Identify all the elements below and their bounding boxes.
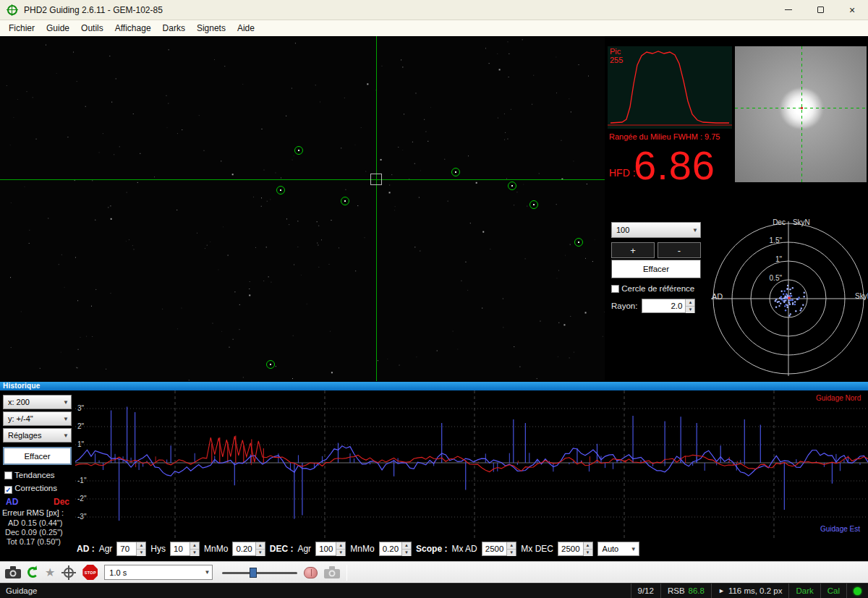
target-zoom-select[interactable]: 100 ▼ bbox=[611, 222, 701, 238]
hysteresis-value[interactable]: 10 bbox=[171, 542, 190, 555]
ra-minmove-value[interactable]: 0.20 bbox=[233, 542, 255, 555]
spinner-arrows[interactable]: ▲▼ bbox=[401, 542, 411, 555]
chevron-down-icon: ▼ bbox=[63, 416, 69, 422]
spinner-arrows[interactable]: ▲▼ bbox=[583, 542, 592, 555]
radius-row: Rayon: 2.0 ▲▼ bbox=[611, 299, 695, 313]
chevron-down-icon: ▼ bbox=[204, 569, 210, 576]
maximize-button[interactable] bbox=[804, 0, 836, 20]
chevron-down-icon: ▼ bbox=[63, 399, 69, 406]
reference-circle-row: Cercle de référence bbox=[611, 284, 694, 293]
trends-label: Tendances bbox=[14, 471, 55, 479]
minimize-button[interactable] bbox=[773, 0, 804, 20]
dec-minmove-value[interactable]: 0.20 bbox=[380, 542, 401, 555]
ra-series-label: AD bbox=[6, 497, 18, 507]
spinner-arrows[interactable]: ▲▼ bbox=[136, 542, 145, 555]
exposure-select[interactable]: 1.0 s▼ bbox=[104, 565, 213, 580]
ytick-2: 2" bbox=[77, 422, 84, 430]
ra-minmove-spinner[interactable]: 0.20▲▼ bbox=[232, 542, 265, 556]
starfield-image[interactable] bbox=[0, 36, 605, 381]
spinner-arrows[interactable]: ▲▼ bbox=[685, 299, 694, 312]
trends-checkbox[interactable] bbox=[4, 471, 12, 479]
slider-handle[interactable] bbox=[250, 568, 257, 578]
camera-properties-icon[interactable] bbox=[324, 566, 340, 578]
phd2-logo-icon bbox=[7, 4, 18, 16]
ra-gain-value[interactable]: 70 bbox=[117, 542, 136, 555]
stop-button[interactable]: STOP bbox=[82, 565, 98, 580]
menubar: Fichier Guide Outils Affichage Darks Sig… bbox=[0, 20, 868, 36]
corrections-checkbox[interactable]: ✓ bbox=[4, 486, 12, 494]
rms-ra: AD 0.15 (0.44") bbox=[8, 518, 62, 527]
menu-fichier[interactable]: Fichier bbox=[3, 21, 41, 35]
scope-prefix-label: Scope : bbox=[416, 544, 447, 554]
hfd-label: HFD : bbox=[609, 167, 636, 179]
history-settings-label: Réglages bbox=[8, 431, 41, 440]
exposure-value: 1.0 s bbox=[109, 568, 127, 577]
close-button[interactable]: × bbox=[836, 0, 868, 20]
spin-down-icon[interactable]: ▼ bbox=[686, 307, 694, 313]
max-dec-value[interactable]: 2500 bbox=[558, 542, 583, 555]
reference-circle-checkbox[interactable] bbox=[611, 285, 619, 293]
starfield[interactable] bbox=[0, 36, 605, 381]
chevron-down-icon: ▼ bbox=[631, 546, 637, 552]
menu-aide[interactable]: Aide bbox=[231, 21, 260, 35]
ring-label-15: 1.5" bbox=[753, 236, 782, 244]
ring-label-05: 0.5" bbox=[753, 274, 782, 282]
dec-gain-spinner[interactable]: 100▲▼ bbox=[315, 542, 346, 556]
spinner-arrows[interactable]: ▲▼ bbox=[190, 542, 199, 555]
minimize-icon bbox=[785, 9, 792, 10]
rms-title: Erreur RMS [px] : bbox=[2, 508, 64, 517]
spinner-arrows[interactable]: ▲▼ bbox=[506, 542, 516, 555]
peak-label: Pic bbox=[610, 47, 621, 56]
legend-guidage-nord: Guidage Nord bbox=[816, 394, 861, 402]
history-xscale-select[interactable]: x: 200▼ bbox=[3, 395, 72, 409]
statusbar: Guidage 9/12 RSB86.8 ►116 ms, 0.2 px Dar… bbox=[0, 583, 868, 598]
menu-guide[interactable]: Guide bbox=[41, 21, 75, 35]
dec-minmove-spinner[interactable]: 0.20▲▼ bbox=[379, 542, 412, 556]
guide-icon[interactable] bbox=[64, 568, 74, 578]
max-dec-label: Mx DEC bbox=[521, 544, 553, 554]
spin-up-icon[interactable]: ▲ bbox=[686, 299, 694, 307]
history-yscale-select[interactable]: y: +/-4"▼ bbox=[3, 411, 72, 426]
status-dark: Dark bbox=[788, 584, 820, 598]
max-ra-value[interactable]: 2500 bbox=[482, 542, 507, 555]
target-zoom-value: 100 bbox=[616, 226, 629, 234]
brain-settings-icon[interactable] bbox=[304, 567, 318, 578]
auto-select-star-icon[interactable]: ★ bbox=[45, 567, 55, 578]
guide-params-bar: AD : Agr 70▲▼ Hys 10▲▼ MnMo 0.20▲▼ DEC :… bbox=[0, 538, 868, 560]
dec-prefix-label: DEC : bbox=[270, 544, 294, 554]
hysteresis-spinner[interactable]: 10▲▼ bbox=[170, 542, 200, 556]
stretch-slider[interactable] bbox=[222, 566, 297, 579]
loop-exposures-icon[interactable] bbox=[27, 567, 38, 578]
phd2-window: PHD2 Guiding 2.6.11 - GEM-102-85 × Fichi… bbox=[0, 0, 868, 598]
radius-value[interactable]: 2.0 bbox=[642, 299, 685, 312]
target-clear-button[interactable]: Effacer bbox=[611, 260, 701, 278]
reference-circle-label: Cercle de référence bbox=[621, 284, 694, 293]
snr-value: 86.8 bbox=[689, 586, 705, 595]
sky-north-label: SkyN bbox=[793, 218, 810, 226]
max-dec-spinner[interactable]: 2500▲▼ bbox=[558, 542, 593, 556]
camera-connect-icon[interactable] bbox=[5, 566, 21, 578]
target-zoom-in-button[interactable]: + bbox=[611, 242, 655, 258]
menu-outils[interactable]: Outils bbox=[75, 21, 109, 35]
target-zoom-out-button[interactable]: - bbox=[658, 242, 701, 258]
dec-gain-label: Agr bbox=[297, 544, 311, 554]
spinner-arrows[interactable]: ▲▼ bbox=[255, 542, 265, 555]
window-title: PHD2 Guiding 2.6.11 - GEM-102-85 bbox=[24, 5, 163, 15]
menu-signets[interactable]: Signets bbox=[191, 21, 231, 35]
legend-guidage-est: Guidage Est bbox=[820, 525, 860, 533]
dec-gain-value[interactable]: 100 bbox=[316, 542, 336, 555]
ra-gain-spinner[interactable]: 70▲▼ bbox=[116, 542, 146, 556]
status-cal: Cal bbox=[820, 584, 846, 598]
max-ra-spinner[interactable]: 2500▲▼ bbox=[482, 542, 517, 556]
radius-spinner[interactable]: 2.0 ▲▼ bbox=[642, 299, 695, 313]
ytick-1: 1" bbox=[77, 440, 84, 448]
history-settings-select[interactable]: Réglages▼ bbox=[3, 428, 72, 443]
hysteresis-label: Hys bbox=[150, 544, 166, 554]
menu-darks[interactable]: Darks bbox=[157, 21, 191, 35]
menu-affichage[interactable]: Affichage bbox=[109, 21, 157, 35]
spinner-arrows[interactable]: ▲▼ bbox=[336, 542, 345, 555]
dec-series-label: Dec bbox=[54, 497, 69, 507]
history-clear-button[interactable]: Effacer bbox=[3, 447, 72, 465]
titlebar: PHD2 Guiding 2.6.11 - GEM-102-85 × bbox=[0, 0, 868, 20]
dec-guide-mode-select[interactable]: Auto▼ bbox=[597, 542, 639, 556]
